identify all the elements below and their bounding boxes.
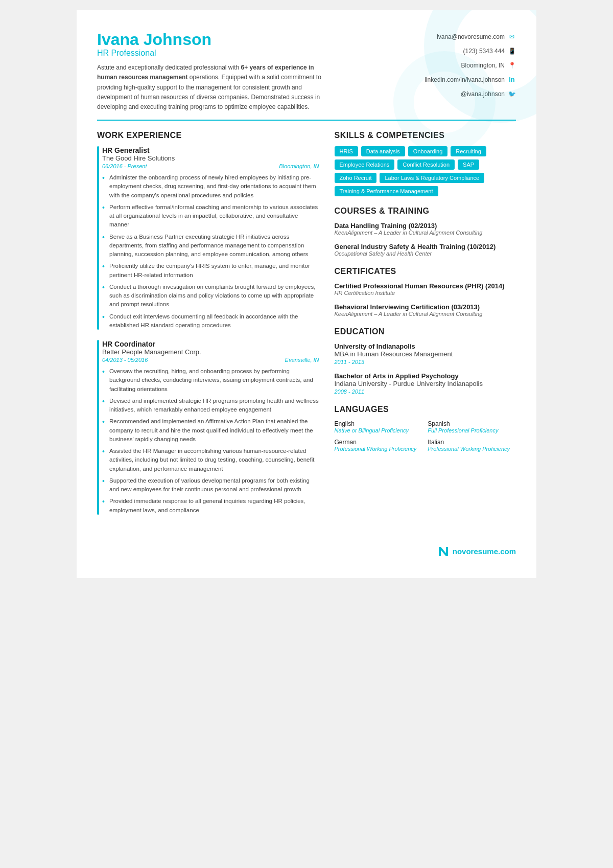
skill-tag: Labor Laws & Regulatory Compliance bbox=[380, 173, 484, 183]
bullet-item: Conduct exit interviews documenting all … bbox=[102, 312, 319, 330]
cert-subtitle-2: KeenAlignment – A Leader in Cultural Ali… bbox=[335, 311, 516, 317]
company-generalist: The Good Hire Solutions bbox=[102, 154, 319, 162]
brand-logo: novoresume.com bbox=[437, 545, 516, 558]
edu-entry-2: Bachelor of Arts in Applied Psychology I… bbox=[335, 372, 516, 395]
lang-level-italian: Professional Working Proficiency bbox=[428, 446, 516, 452]
right-column: SKILLS & COMPETENCIES HRIS Data analysis… bbox=[335, 131, 516, 525]
lang-level-spanish: Full Professional Proficiency bbox=[428, 427, 516, 433]
job-bullets-coordinator: Oversaw the recruiting, hiring, and onbo… bbox=[102, 367, 319, 515]
cert-entry-2: Behavioral Interviewing Certification (0… bbox=[335, 303, 516, 317]
course-entry-1: Data Handling Training (02/2013) KeenAli… bbox=[335, 222, 516, 236]
languages-title: LANGUAGES bbox=[335, 405, 516, 414]
lang-level-german: Professional Working Proficiency bbox=[335, 446, 423, 452]
decorative-circle-2 bbox=[393, 51, 496, 153]
bullet-item: Supported the execution of various devel… bbox=[102, 476, 319, 494]
edu-dates-1: 2011 - 2013 bbox=[335, 359, 516, 365]
course-subtitle-2: Occupational Safety and Health Center bbox=[335, 250, 516, 257]
cert-title-2: Behavioral Interviewing Certification (0… bbox=[335, 303, 516, 311]
skill-tag: Training & Performance Management bbox=[335, 186, 438, 196]
candidate-title: HR Professional bbox=[97, 49, 425, 58]
cert-entry-1: Certified Professional Human Resources (… bbox=[335, 282, 516, 296]
bullet-item: Provided immediate response to all gener… bbox=[102, 497, 319, 515]
edu-dates-2: 2008 - 2011 bbox=[335, 389, 516, 395]
bullet-item: Conduct a thorough investigation on comp… bbox=[102, 283, 319, 309]
lang-name-italian: Italian bbox=[428, 439, 516, 446]
job-hr-coordinator: HR Coordinator Better People Management … bbox=[97, 340, 319, 515]
course-subtitle-1: KeenAlignment – A Leader in Cultural Ali… bbox=[335, 230, 516, 236]
bullet-item: Assisted the HR Manager in accomplishing… bbox=[102, 447, 319, 473]
skills-grid: HRIS Data analysis Onboarding Recruiting… bbox=[335, 146, 516, 196]
header-left: Ivana Johnson HR Professional Astute and… bbox=[97, 31, 425, 112]
languages-grid: English Native or Bilingual Proficiency … bbox=[335, 420, 516, 452]
skill-tag: Zoho Recruit bbox=[335, 173, 377, 183]
course-title-1: Data Handling Training (02/2013) bbox=[335, 222, 516, 230]
skill-tag: SAP bbox=[458, 159, 479, 170]
cert-title-1: Certified Professional Human Resources (… bbox=[335, 282, 516, 290]
edu-school-1: University of Indianapolis bbox=[335, 342, 516, 350]
lang-name-spanish: Spanish bbox=[428, 420, 516, 427]
lang-entry-english: English Native or Bilingual Proficiency bbox=[335, 420, 423, 433]
edu-degree-1: MBA in Human Resources Management bbox=[335, 350, 516, 358]
resume-footer: novoresume.com bbox=[97, 540, 516, 558]
main-content: WORK EXPERIENCE HR Generalist The Good H… bbox=[97, 131, 516, 525]
job-location-coordinator: Evansville, IN bbox=[285, 357, 319, 363]
lang-entry-italian: Italian Professional Working Proficiency bbox=[428, 439, 516, 452]
skill-tag: Data analysis bbox=[361, 146, 405, 156]
bullet-item: Administer the onboarding process of new… bbox=[102, 173, 319, 200]
certificates-title: CERTIFICATES bbox=[335, 267, 516, 276]
lang-entry-german: German Professional Working Proficiency bbox=[335, 439, 423, 452]
job-meta-generalist: 06/2016 - Present Bloomington, IN bbox=[102, 163, 319, 169]
job-meta-coordinator: 04/2013 - 05/2016 Evansville, IN bbox=[102, 357, 319, 363]
edu-entry-1: University of Indianapolis MBA in Human … bbox=[335, 342, 516, 365]
job-title-coordinator: HR Coordinator bbox=[102, 340, 319, 348]
header-summary: Astute and exceptionally dedicated profe… bbox=[97, 63, 322, 112]
skill-tag: Employee Relations bbox=[335, 159, 395, 170]
job-location-generalist: Bloomington, IN bbox=[279, 163, 319, 169]
lang-name-english: English bbox=[335, 420, 423, 427]
job-bullets-generalist: Administer the onboarding process of new… bbox=[102, 173, 319, 330]
lang-entry-spanish: Spanish Full Professional Proficiency bbox=[428, 420, 516, 433]
cert-subtitle-1: HR Certification Institute bbox=[335, 290, 516, 296]
resume-document: Ivana Johnson HR Professional Astute and… bbox=[77, 10, 536, 578]
candidate-name: Ivana Johnson bbox=[97, 31, 425, 49]
bullet-item: Serve as a Business Partner executing st… bbox=[102, 233, 319, 259]
job-title-generalist: HR Generalist bbox=[102, 146, 319, 154]
bullet-item: Recommended and implemented an Affirmati… bbox=[102, 417, 319, 444]
left-column: WORK EXPERIENCE HR Generalist The Good H… bbox=[97, 131, 319, 525]
courses-title: COURSES & TRAINING bbox=[335, 207, 516, 216]
edu-school-2: Bachelor of Arts in Applied Psychology bbox=[335, 372, 516, 380]
education-title: EDUCATION bbox=[335, 327, 516, 336]
lang-level-english: Native or Bilingual Proficiency bbox=[335, 427, 423, 433]
course-entry-2: General Industry Safety & Health Trainin… bbox=[335, 243, 516, 257]
bullet-item: Devised and implemented strategic HR pro… bbox=[102, 397, 319, 415]
job-dates-coordinator: 04/2013 - 05/2016 bbox=[102, 357, 148, 363]
work-experience-title: WORK EXPERIENCE bbox=[97, 131, 319, 140]
lang-name-german: German bbox=[335, 439, 423, 446]
course-title-2: General Industry Safety & Health Trainin… bbox=[335, 243, 516, 250]
edu-degree-2: Indiana University - Purdue University I… bbox=[335, 380, 516, 387]
job-dates-generalist: 06/2016 - Present bbox=[102, 163, 147, 169]
bullet-item: Proficiently utilize the company's HRIS … bbox=[102, 262, 319, 280]
job-hr-generalist: HR Generalist The Good Hire Solutions 06… bbox=[97, 146, 319, 330]
company-coordinator: Better People Management Corp. bbox=[102, 348, 319, 356]
bullet-item: Perform effective formal/informal coachi… bbox=[102, 203, 319, 230]
skill-tag: Conflict Resolution bbox=[397, 159, 455, 170]
skill-tag: HRIS bbox=[335, 146, 358, 156]
brand-name: novoresume.com bbox=[453, 547, 516, 556]
novoresume-logo-icon bbox=[437, 545, 450, 558]
bullet-item: Oversaw the recruiting, hiring, and onbo… bbox=[102, 367, 319, 394]
